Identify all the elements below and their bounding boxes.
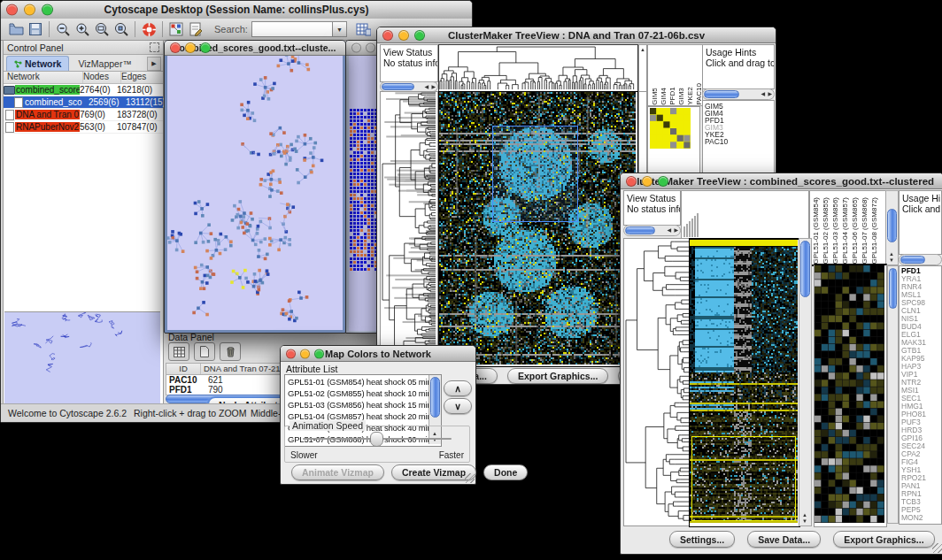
tv1-action-button[interactable]: Export Graphics... [507,368,608,384]
tv2-status-hscrollbar[interactable]: ◀ ▶ [623,225,681,236]
tv1-gene-item[interactable]: PAC10 [703,138,774,145]
open-session-button[interactable] [6,20,26,38]
tv1-column-label[interactable]: GIM5 [651,83,659,105]
tv2-action-button[interactable]: Export Graphics... [833,531,934,548]
create-attribute-button[interactable] [194,342,215,361]
attribute-list-item[interactable]: GPL51-02 (GSM855) heat shock 10 min [285,387,441,399]
network-table-row[interactable]: DNA and Tran 07 769(0) 183728(0) [4,109,163,121]
minimize-button[interactable] [24,4,35,16]
tv2-column-label[interactable]: GPL51-03 (GSM856) [831,197,839,265]
network-overview-canvas[interactable] [4,311,160,404]
scroll-left-icon[interactable]: ◀ [424,84,429,89]
zoom-out-button[interactable] [53,20,73,38]
column-header-nodes[interactable]: Nodes [83,72,121,83]
network-table-row[interactable]: combined_scores 2764(0) 16218(0) [4,84,163,96]
move-up-button[interactable]: ∧ [444,380,472,396]
close-button[interactable] [351,43,361,53]
dialog-action-button[interactable]: Done [483,464,528,480]
scroll-right-icon[interactable]: ▶ [674,227,678,233]
column-header-edges[interactable]: Edges [121,72,163,83]
tv2-gene-item[interactable]: MON2 [900,514,941,522]
tv2-column-label[interactable]: GPL51-06 (GSM865) [851,197,859,265]
close-button[interactable] [382,30,393,41]
tv2-action-button[interactable]: Save Data... [747,531,821,548]
resize-grip[interactable] [465,473,475,483]
tv1-row-dendrogram[interactable] [381,92,436,364]
zoom-button[interactable] [658,176,668,187]
tv1-column-label[interactable]: YKE2 [686,83,694,105]
tv2-heatmap[interactable] [690,240,798,523]
scroll-up-icon[interactable]: ▲ [889,251,894,257]
data-column-id[interactable]: ID [166,364,201,374]
scroll-up-icon[interactable]: ▲ [802,512,807,518]
zoom-selected-button[interactable] [112,20,131,38]
zoom-button[interactable] [314,349,324,358]
network-canvas[interactable] [167,56,343,330]
tab-overflow-button[interactable]: ▶ [147,57,161,71]
tv2-column-label[interactable]: GPL51-01 (GSM854) [812,197,820,265]
zoom-in-button[interactable] [73,20,92,38]
tab-network[interactable]: Network [6,56,69,71]
resize-grip[interactable] [932,543,942,553]
tv2-action-button[interactable]: Settings... [669,531,735,548]
close-button[interactable] [626,176,637,187]
network-table-row[interactable]: combined_sco 2569(6) 13112(15) [4,96,163,109]
treeview2-titlebar[interactable]: ClusterMaker TreeView : combined_scores_… [621,173,942,189]
tab-vizmapper[interactable]: VizMapper™ [69,57,141,71]
tv2-column-label[interactable]: GPL51-02 (GSM855) [822,197,830,265]
tv2-column-label[interactable]: GPL51-07 (GSM868) [861,197,869,265]
tv1-hints-hscrollbar[interactable]: ◀ ▶ [702,88,775,100]
tv2-heatmap-vscrollbar[interactable]: ▲ ▼ [799,238,812,526]
zoom-fit-button[interactable] [92,20,112,38]
search-input[interactable] [251,21,333,37]
delete-attribute-button[interactable] [220,342,241,361]
data-column-attr[interactable]: DNA and Tran 07-21-06 [201,364,280,374]
select-attributes-button[interactable] [168,342,189,361]
minimize-button[interactable] [366,43,375,53]
main-titlebar[interactable]: Cytoscape Desktop (Session Name: collins… [1,1,472,19]
dialog-titlebar[interactable]: Map Colors to Network [281,346,475,362]
save-session-button[interactable] [26,20,45,38]
network-table-row[interactable]: RNAPuberNov2+ 563(0) 107847(0) [4,121,163,134]
minimize-button[interactable] [185,42,196,53]
minimize-button[interactable] [642,176,652,187]
search-dropdown-button[interactable]: ▼ [333,21,347,37]
dialog-action-button[interactable]: Create Vizmap [391,464,476,480]
tv1-column-label[interactable]: GIM4 [660,83,668,105]
plugins-button[interactable] [166,20,186,38]
dialog-action-button[interactable]: Animate Vizmap [291,464,384,480]
scroll-down-icon[interactable]: ▼ [802,518,807,524]
zoom-button[interactable] [200,42,211,53]
scroll-right-icon[interactable]: ▶ [768,91,772,96]
close-button[interactable] [286,349,296,358]
attribute-list-item[interactable]: GPL51-03 (GSM856) heat shock 15 min [285,399,441,410]
scroll-right-icon[interactable]: ▶ [431,84,436,89]
import-table-button[interactable] [354,20,374,38]
data-table-row[interactable]: PAC10 621 [166,375,280,385]
tv1-col-dendrogram[interactable] [439,45,636,89]
network-titlebar[interactable]: combined_scores_good.txt--cluste... [165,41,345,56]
minimize-button[interactable] [300,349,310,358]
close-button[interactable] [170,42,181,53]
tv2-zoom-matrix[interactable] [815,265,884,523]
data-table-row[interactable]: PFD1 790 [166,385,280,395]
tv2-col-dendrogram[interactable] [682,191,807,237]
tv2-hints-hscrollbar[interactable] [899,254,942,265]
move-down-button[interactable]: ∨ [444,398,472,414]
tv2-column-label[interactable]: GPL51-08 (GSM872) [870,197,878,265]
tv2-labels-vscrollbar[interactable]: ▲ ▼ [885,190,899,265]
close-button[interactable] [6,4,18,16]
tv1-similarity-matrix[interactable] [650,108,691,149]
scroll-down-icon[interactable]: ▼ [889,257,894,263]
tv2-genes-vscrollbar[interactable] [887,265,899,524]
tv2-column-label[interactable]: GPL51-04 (GSM857) [841,197,849,265]
scroll-left-icon[interactable]: ◀ [667,227,671,233]
tv1-column-label[interactable]: PFD1 [668,83,676,105]
minimize-button[interactable] [398,30,409,41]
scroll-left-icon[interactable]: ◀ [761,91,765,96]
tv2-row-dendrogram[interactable] [624,239,689,524]
tv1-column-label[interactable]: GIM3 [677,83,685,105]
column-header-network[interactable]: Network [4,72,83,83]
zoom-button[interactable] [42,4,53,16]
float-panel-icon[interactable] [150,42,159,52]
